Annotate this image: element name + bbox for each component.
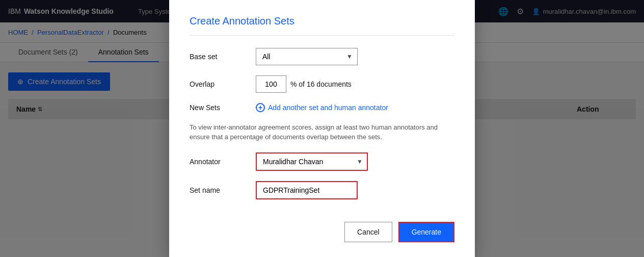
add-circle-icon: + [256,103,265,112]
dialog-title: Create Annotation Sets [190,15,454,36]
base-set-select-wrapper: All ▼ [256,48,358,65]
create-annotation-dialog: Create Annotation Sets Base set All ▼ Ov… [169,0,475,130]
info-text: To view inter-annotator agreement scores… [190,122,454,130]
base-set-control: All ▼ [256,48,454,65]
new-sets-control: + Add another set and human annotator [256,103,454,112]
modal-overlay[interactable]: Create Annotation Sets Base set All ▼ Ov… [0,0,644,130]
overlap-control: % of 16 documents [256,75,454,93]
base-set-label: Base set [190,53,256,61]
overlap-row: Overlap % of 16 documents [190,75,454,93]
new-sets-label: New Sets [190,104,256,112]
base-set-select[interactable]: All [256,48,358,65]
new-sets-row: New Sets + Add another set and human ann… [190,103,454,112]
overlap-input[interactable] [256,75,286,93]
base-set-row: Base set All ▼ [190,48,454,65]
add-link-text: Add another set and human annotator [268,104,388,112]
overlap-suffix: % of 16 documents [290,80,352,88]
add-annotator-link[interactable]: + Add another set and human annotator [256,103,454,112]
overlap-label: Overlap [190,80,256,88]
